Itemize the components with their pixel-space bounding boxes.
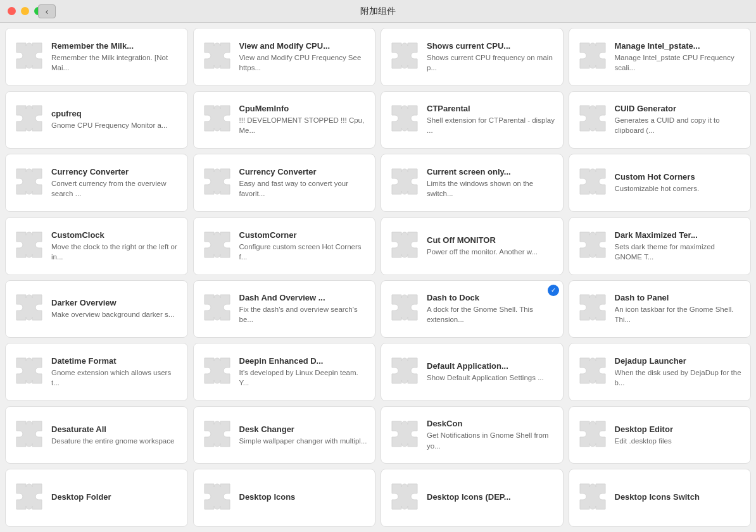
puzzle-icon: [389, 355, 420, 389]
installed-badge: [548, 285, 559, 296]
item-text: Desktop Editor Edit .desktop files: [615, 424, 743, 446]
extension-item[interactable]: View and Modify CPU... View and Modify C…: [193, 28, 376, 86]
item-text: Desktop Folder: [51, 492, 180, 504]
extension-item[interactable]: CpuMemInfo !!! DEVELOPMENT STOPPED !!! C…: [193, 91, 376, 149]
puzzle-icon: [13, 40, 45, 74]
item-desc: Manage Intel_pstate CPU Frequency scali.…: [615, 53, 743, 73]
extension-item[interactable]: Dark Maximized Ter... Sets dark theme fo…: [569, 217, 752, 275]
extension-item[interactable]: Cut Off MONITOR Power off the monitor. A…: [381, 217, 564, 275]
item-desc: Shell extension for CTParental - display…: [427, 115, 555, 135]
extension-item[interactable]: CTParental Shell extension for CTParenta…: [381, 91, 564, 149]
extension-item[interactable]: Desktop Editor Edit .desktop files: [569, 406, 752, 464]
item-text: Dark Maximized Ter... Sets dark theme fo…: [615, 230, 743, 262]
item-text: Desktop Icons Switch: [615, 492, 743, 504]
item-text: Dash to Panel An icon taskbar for the Gn…: [615, 293, 743, 325]
item-desc: Remember the Milk integration. [Not Mai.…: [51, 53, 180, 73]
extension-item[interactable]: cpufreq Gnome CPU Frequency Monitor a...: [5, 91, 188, 149]
item-desc: Simple wallpaper changer with multipl...: [239, 436, 368, 446]
item-text: Dash to Dock A dock for the Gnome Shell.…: [427, 293, 555, 325]
puzzle-icon: [13, 229, 45, 263]
puzzle-icon: [13, 418, 45, 452]
extension-item[interactable]: Desktop Icons Switch: [569, 469, 752, 527]
puzzle-icon: [577, 481, 608, 515]
extension-item[interactable]: DeskCon Get Notifications in Gnome Shell…: [381, 406, 564, 464]
extension-item[interactable]: Desktop Icons: [193, 469, 376, 527]
item-name: Desktop Icons: [239, 492, 368, 502]
extension-item[interactable]: Custom Hot Corners Customizable hot corn…: [569, 154, 752, 212]
item-desc: An icon taskbar for the Gnome Shell. Thi…: [615, 304, 743, 325]
item-desc: Generates a CUID and copy it to clipboar…: [615, 115, 743, 135]
puzzle-icon: [389, 481, 420, 515]
extension-item[interactable]: Currency Converter Easy and fast way to …: [193, 154, 376, 212]
puzzle-icon: [201, 40, 233, 74]
item-text: Current screen only... Limits the window…: [427, 167, 555, 199]
extension-item[interactable]: Datetime Format Gnome extension which al…: [5, 343, 188, 401]
extension-item[interactable]: Dash to Panel An icon taskbar for the Gn…: [569, 280, 752, 338]
item-name: CpuMemInfo: [239, 104, 368, 113]
puzzle-icon: [201, 418, 233, 452]
item-name: Desk Changer: [239, 424, 368, 434]
extension-item[interactable]: Dash And Overview ... Fix the dash's and…: [193, 280, 376, 338]
item-name: Desktop Folder: [51, 492, 180, 502]
puzzle-icon: [13, 166, 45, 200]
item-desc: Shows current CPU frequency on main p...: [427, 53, 555, 73]
item-name: Deepin Enhanced D...: [239, 356, 368, 366]
item-text: Default Application... Show Default Appl…: [427, 361, 555, 383]
item-name: cpufreq: [51, 109, 180, 118]
extension-item[interactable]: Desaturate All Desature the entire gnome…: [5, 406, 188, 464]
item-desc: Easy and fast way to convert your favori…: [239, 178, 368, 199]
extension-item[interactable]: Desktop Icons (DEP...: [381, 469, 564, 527]
puzzle-icon: [577, 40, 608, 74]
item-text: cpufreq Gnome CPU Frequency Monitor a...: [51, 109, 180, 130]
back-button[interactable]: ‹: [38, 4, 56, 18]
item-text: Shows current CPU... Shows current CPU f…: [427, 41, 555, 73]
item-name: Datetime Format: [51, 356, 180, 366]
extension-item[interactable]: Manage Intel_pstate... Manage Intel_psta…: [569, 28, 752, 86]
extension-item[interactable]: Remember the Milk... Remember the Milk i…: [5, 28, 188, 86]
item-name: CustomCorner: [239, 230, 368, 240]
item-desc: Make overview background darker s...: [51, 309, 180, 319]
extension-item[interactable]: Currency Converter Convert currency from…: [5, 154, 188, 212]
item-text: View and Modify CPU... View and Modify C…: [239, 41, 368, 73]
extension-item[interactable]: Current screen only... Limits the window…: [381, 154, 564, 212]
item-name: Currency Converter: [51, 167, 180, 176]
item-name: Desaturate All: [51, 424, 180, 434]
puzzle-icon: [389, 292, 420, 326]
item-text: Currency Converter Convert currency from…: [51, 167, 180, 199]
item-name: Dark Maximized Ter...: [615, 230, 743, 240]
extension-item[interactable]: CustomClock Move the clock to the right …: [5, 217, 188, 275]
extension-item[interactable]: Dash to Dock A dock for the Gnome Shell.…: [381, 280, 564, 338]
item-desc: Power off the monitor. Another w...: [427, 247, 555, 257]
close-button[interactable]: [8, 7, 16, 15]
puzzle-icon: [577, 229, 608, 263]
item-desc: It's developed by Linux Deepin team. Y..…: [239, 368, 368, 388]
item-text: Desktop Icons: [239, 492, 368, 504]
extension-item[interactable]: Desk Changer Simple wallpaper changer wi…: [193, 406, 376, 464]
item-text: CTParental Shell extension for CTParenta…: [427, 104, 555, 135]
item-desc: Fix the dash's and overview search's be.…: [239, 304, 368, 325]
item-desc: Gnome CPU Frequency Monitor a...: [51, 120, 180, 130]
extension-item[interactable]: Darker Overview Make overview background…: [5, 280, 188, 338]
item-desc: View and Modify CPU Frequency See https.…: [239, 53, 368, 73]
puzzle-icon: [577, 102, 608, 137]
minimize-button[interactable]: [21, 7, 29, 15]
extension-item[interactable]: CUID Generator Generates a CUID and copy…: [569, 91, 752, 149]
item-name: Currency Converter: [239, 167, 368, 176]
puzzle-icon: [577, 166, 608, 200]
extension-item[interactable]: CustomCorner Configure custom screen Hot…: [193, 217, 376, 275]
item-name: Manage Intel_pstate...: [615, 41, 743, 51]
extension-item[interactable]: Default Application... Show Default Appl…: [381, 343, 564, 401]
item-text: Manage Intel_pstate... Manage Intel_psta…: [615, 41, 743, 73]
window-title: 附加组件: [360, 6, 396, 17]
item-desc: Desature the entire gnome workspace: [51, 436, 180, 446]
extension-item[interactable]: Desktop Folder: [5, 469, 188, 527]
item-desc: Get Notifications in Gnome Shell from yo…: [427, 430, 555, 450]
item-text: Dejadup Launcher When the disk used by D…: [615, 356, 743, 388]
extension-item[interactable]: Deepin Enhanced D... It's developed by L…: [193, 343, 376, 401]
extension-item[interactable]: Dejadup Launcher When the disk used by D…: [569, 343, 752, 401]
item-desc: Show Default Application Settings ...: [427, 373, 555, 383]
item-desc: Limits the windows shown on the switch..…: [427, 178, 555, 199]
item-name: Custom Hot Corners: [615, 172, 743, 182]
extension-item[interactable]: Shows current CPU... Shows current CPU f…: [381, 28, 564, 86]
item-name: Shows current CPU...: [427, 41, 555, 51]
